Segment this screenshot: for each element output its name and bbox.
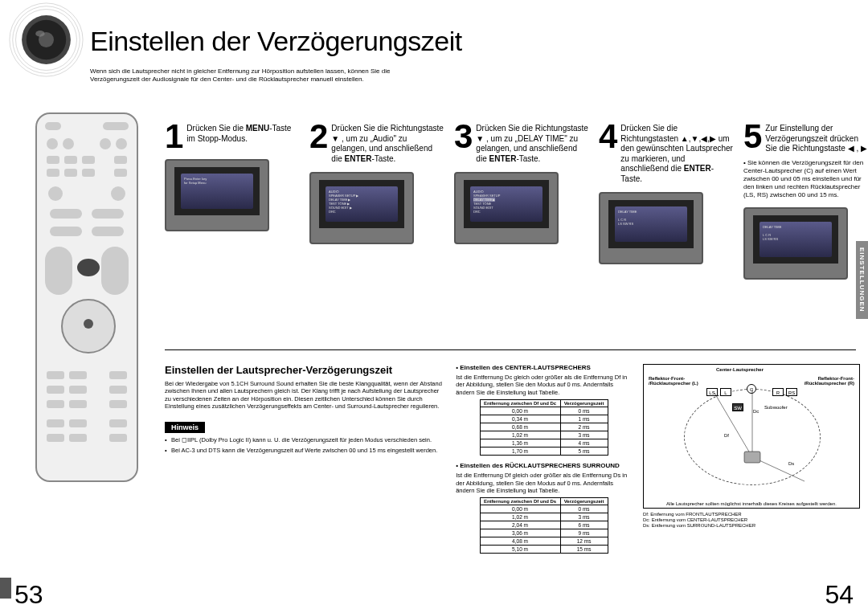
table-row: 5,10 m15 ms <box>480 546 608 554</box>
page-title: Einstellen der Verzögerungszeit <box>90 26 462 57</box>
step-2: 2 Drücken Sie die Richtungstaste ▼ , um … <box>309 122 444 280</box>
step-number: 2 <box>309 122 328 151</box>
table-cell: 2 ms <box>560 423 608 431</box>
section-body: Bei der Wiedergabe von 5.1CH Surround So… <box>165 380 444 411</box>
table-cell: 6 ms <box>560 521 608 529</box>
column-delay-setup: Einstellen der Lautsprecher-Verzögerungs… <box>165 364 444 560</box>
table-header: Verzögerungszeit <box>560 400 608 407</box>
diagram-label-subwoofer: Subwoofer <box>764 405 788 410</box>
speaker-r: R <box>772 388 784 396</box>
dc-label: Dc <box>753 409 759 414</box>
steps-row: 1 Drücken Sie die MENU-Taste im Stopp-Mo… <box>165 122 868 280</box>
diagram-label-right: Reflektor-Front- /Rücklautsprecher (R) <box>805 376 854 386</box>
column-tables: Einstellen des CENTER-LAUTSPRECHERS Ist … <box>456 364 632 560</box>
table-row: 0,00 m0 ms <box>480 505 608 513</box>
tv-screenshot: DELAY TIMEL C RLS SW RS <box>599 192 703 264</box>
table-cell: 2,04 m <box>480 521 560 529</box>
table-row: 2,04 m6 ms <box>480 521 608 529</box>
step-4: 4 Drücken Sie die Richtungstasten ▲,▼,◀,… <box>599 122 734 280</box>
page-subtitle: Wenn sich die Lautsprecher nicht in glei… <box>90 67 420 83</box>
table-cell: 4 ms <box>560 439 608 447</box>
column-diagram: Center-Lautsprecher Reflektor-Front- /Rü… <box>643 364 860 560</box>
table-cell: 15 ms <box>560 546 608 554</box>
side-tab-einstellungen: EINSTELLUNGEN <box>856 241 868 319</box>
step-number: 5 <box>743 122 762 151</box>
table-row: 1,02 m3 ms <box>480 431 608 439</box>
diagram-legend: Df: Entfernung vom FRONTLAUTSPRECHER Dc:… <box>643 512 860 529</box>
table-cell: 1,36 m <box>480 439 560 447</box>
svg-point-6 <box>35 31 44 37</box>
table-cell: 0,00 m <box>480 505 560 513</box>
lower-section: Einstellen der Lautsprecher-Verzögerungs… <box>165 364 860 560</box>
step-1: 1 Drücken Sie die MENU-Taste im Stopp-Mo… <box>165 122 300 280</box>
step-text: Drücken Sie die MENU-Taste im Stopp-Modu… <box>186 122 300 144</box>
table-cell: 12 ms <box>560 537 608 546</box>
table-cell: 3 ms <box>560 513 608 521</box>
table-cell: 0,34 m <box>480 415 560 423</box>
table-row: 1,70 m5 ms <box>480 447 608 456</box>
tv-screenshot: DELAY TIMEL C RLS SW RS <box>743 207 848 280</box>
df-label: Df <box>724 433 729 438</box>
table-cell: 0,00 m <box>480 407 560 415</box>
step-number: 4 <box>599 122 617 151</box>
step-text: Drücken Sie die Richtungstasten ▲,▼,◀,▶ … <box>620 122 734 184</box>
rear-speaker-body: Ist die Entfernung Df gleich oder größer… <box>456 472 632 494</box>
table-cell: 1 ms <box>560 415 608 423</box>
legend-item: Ds: Entfernung vom SURROUND-LAUTSPRECHER <box>643 523 860 529</box>
step-5: 5 Zur Einstellung der Verzögerungszeit d… <box>743 122 868 280</box>
section-title: Einstellen der Lautsprecher-Verzögerungs… <box>165 364 444 376</box>
tv-screenshot: AUDIOSPEAKER SETUP ▶DELAY TIME ▶TEST TON… <box>309 172 414 244</box>
table-cell: 5 ms <box>560 447 608 456</box>
diagram-caption: Alle Lautsprecher sollten möglichst inne… <box>647 501 856 506</box>
table-cell: 3 ms <box>560 431 608 439</box>
center-speaker-body: Ist die Entfernung Dc gleich oder größer… <box>456 374 632 396</box>
step-note: • Sie können die Verzögerungszeit für de… <box>743 159 868 199</box>
table-row: 4,08 m12 ms <box>480 537 608 546</box>
center-delay-table: Entfernung zwischen Df und Dc Verzögerun… <box>480 399 608 456</box>
step-text: Zur Einstellung der Verzögerungszeit drü… <box>765 122 868 154</box>
table-header: Verzögerungszeit <box>560 498 608 505</box>
speaker-rs: RS <box>786 388 797 396</box>
speaker-l: L <box>720 388 731 396</box>
table-row: 1,02 m3 ms <box>480 513 608 521</box>
page-number-left: 53 <box>14 580 43 610</box>
rear-delay-table: Entfernung zwischen Df und Ds Verzögerun… <box>480 497 608 554</box>
legend-item: Df: Entfernung vom FRONTLAUTSPRECHER <box>643 512 860 517</box>
table-cell: 9 ms <box>560 529 608 537</box>
table-cell: 5,10 m <box>480 546 560 554</box>
page-number-right: 54 <box>825 580 854 610</box>
speaker-ls: LS <box>706 388 718 396</box>
table-cell: 0,68 m <box>480 423 560 431</box>
step-text: Drücken Sie die Richtungstaste ▼ , um zu… <box>331 122 444 164</box>
table-cell: 1,02 m <box>480 431 560 439</box>
center-speaker-title: Einstellen des CENTER-LAUTSPRECHERS <box>456 364 632 371</box>
speaker-icon <box>8 2 84 78</box>
hinweis-item: Bei ◻IIPL (Dolby Pro Logic II) kann u. U… <box>165 436 444 443</box>
tv-screenshot: Press Enter keyfor Setup Menu <box>165 159 269 231</box>
diagram-label-left: Reflektor-Front- /Rücklautsprecher (L) <box>649 376 698 386</box>
table-row: 0,68 m2 ms <box>480 423 608 431</box>
speaker-c: C <box>747 384 756 394</box>
step-text: Drücken Sie die Richtungstaste ▼ , um zu… <box>476 122 589 164</box>
table-header: Entfernung zwischen Df und Dc <box>480 400 560 407</box>
table-cell: 0 ms <box>560 505 608 513</box>
page-edge-band <box>0 578 11 599</box>
table-cell: 0 ms <box>560 407 608 415</box>
hinweis-badge: Hinweis <box>165 422 205 433</box>
ds-label: Ds <box>788 461 794 466</box>
legend-item: Dc: Entfernung vom CENTER-LAUTSPRECHER <box>643 517 860 523</box>
step-number: 3 <box>454 122 473 151</box>
table-cell: 1,70 m <box>480 447 560 456</box>
diagram-label-center: Center-Lautsprecher <box>716 367 764 372</box>
speaker-sw: SW <box>732 403 743 411</box>
step-number: 1 <box>165 122 183 151</box>
table-row: 0,34 m1 ms <box>480 415 608 423</box>
table-cell: 4,08 m <box>480 537 560 546</box>
section-divider <box>165 349 856 350</box>
table-cell: 1,02 m <box>480 513 560 521</box>
remote-control-illustration <box>35 112 138 482</box>
table-cell: 3,06 m <box>480 529 560 537</box>
rear-speaker-title: Einstellen des RÜCKLAUTSPRECHERS SURROUN… <box>456 462 632 469</box>
hinweis-item: Bei AC-3 und DTS kann die Verzögerungsze… <box>165 447 444 454</box>
table-row: 1,36 m4 ms <box>480 439 608 447</box>
